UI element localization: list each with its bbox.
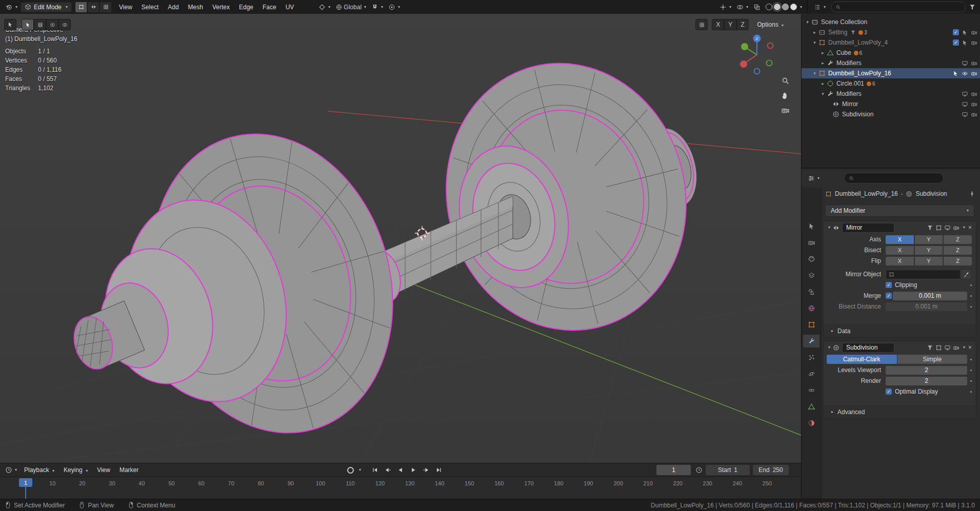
display-toggle-icon[interactable] — [962, 91, 968, 97]
breadcrumb-object[interactable]: Dumbbell_LowPoly_16 — [835, 190, 898, 197]
shading-wireframe-button[interactable] — [766, 4, 772, 10]
menu-select[interactable]: Select — [137, 2, 163, 12]
viewport-canvas[interactable] — [0, 14, 801, 463]
collection-checkbox[interactable] — [953, 39, 959, 46]
extras-dropdown-icon[interactable]: ▾ — [963, 345, 965, 350]
menu-vertex[interactable]: Vertex — [208, 2, 234, 12]
shading-rendered-button[interactable] — [790, 4, 797, 10]
hide-icon[interactable] — [962, 70, 968, 77]
clipping-checkbox[interactable]: Clipping — [886, 281, 917, 289]
selectable-icon[interactable] — [952, 70, 959, 77]
animate-dot[interactable] — [970, 380, 972, 382]
menu-add[interactable]: Add — [164, 2, 183, 12]
merge-checkbox[interactable] — [886, 293, 892, 299]
outliner-row-subdivision-modifier[interactable]: Subdivision — [802, 109, 980, 119]
animate-dot[interactable] — [970, 306, 972, 308]
select-box-tool-button[interactable] — [34, 19, 46, 30]
options-dropdown[interactable]: Options ▾ — [753, 19, 788, 30]
flip-z-button[interactable]: Z — [944, 257, 972, 265]
face-select-button[interactable] — [99, 2, 112, 13]
outliner-row-dumbbell-lowpoly-4[interactable]: ▾ Dumbbell_LowPoly_4 — [802, 37, 980, 48]
merge-value-field[interactable]: 0.001 m — [893, 292, 967, 300]
tab-physics[interactable] — [803, 367, 819, 380]
bisect-x-button[interactable]: X — [886, 246, 914, 255]
render-toggle-icon[interactable] — [971, 60, 977, 67]
gizmo-neg-z-axis[interactable] — [754, 69, 760, 74]
tab-material[interactable] — [803, 417, 819, 430]
outliner-search[interactable] — [831, 2, 966, 12]
show-gizmo-dropdown[interactable]: ▾ — [717, 3, 733, 12]
shading-material-button[interactable] — [782, 4, 789, 10]
expand-icon[interactable]: ▸ — [820, 81, 826, 86]
auto-keying-button[interactable] — [345, 465, 356, 475]
timeline-ruler[interactable]: 1 10203040506070809010011012013014015016… — [0, 477, 801, 500]
outliner-row-mirror-modifier[interactable]: Mirror — [802, 99, 980, 109]
transform-orientation-dropdown[interactable]: Global ▾ — [333, 3, 368, 12]
collapse-icon[interactable]: ▾ — [828, 226, 830, 230]
editmode-toggle-icon[interactable] — [935, 224, 942, 231]
3d-viewport[interactable]: Camera Perspective (1) Dumbbell_LowPoly_… — [0, 14, 801, 463]
mirror-z-button[interactable]: Z — [736, 19, 749, 30]
animate-dot[interactable] — [970, 359, 972, 360]
expand-icon[interactable]: ▾ — [812, 71, 817, 76]
animate-dot[interactable] — [970, 391, 972, 393]
render-display-icon[interactable] — [953, 224, 959, 231]
end-frame-button[interactable]: End 250 — [753, 465, 789, 475]
selectable-icon[interactable] — [962, 39, 968, 46]
menu-keying[interactable]: Keying ▾ — [59, 465, 92, 475]
display-toggle-icon[interactable] — [962, 111, 968, 118]
gizmo-neg-x-axis[interactable] — [768, 43, 773, 49]
pivot-point-dropdown[interactable]: ▾ — [316, 3, 332, 12]
outliner-search-input[interactable] — [844, 3, 961, 11]
editmode-toggle-icon[interactable] — [935, 344, 942, 351]
display-toggle-icon[interactable] — [962, 60, 968, 67]
gizmo-neg-y-axis[interactable] — [767, 60, 772, 66]
extras-dropdown-icon[interactable]: ▾ — [963, 226, 965, 230]
current-frame-field[interactable]: 1 — [656, 465, 691, 475]
properties-editor-type-button[interactable]: ▾ — [806, 174, 822, 183]
realtime-display-icon[interactable] — [944, 344, 951, 351]
playhead[interactable]: 1 — [19, 478, 32, 487]
tab-modifiers[interactable] — [803, 335, 819, 348]
selectable-icon[interactable] — [962, 29, 968, 36]
edit-mode-display-icon[interactable] — [927, 224, 933, 231]
menu-face[interactable]: Face — [258, 2, 281, 12]
animate-dot[interactable] — [970, 295, 972, 297]
tab-view-layer[interactable] — [803, 269, 819, 282]
select-lasso-tool-button[interactable] — [58, 19, 71, 30]
mode-dropdown[interactable]: Edit Mode ▾ — [21, 2, 72, 12]
vertex-select-button[interactable] — [75, 2, 87, 13]
bisect-distance-field[interactable]: 0.001 m — [886, 302, 967, 311]
active-tool-button[interactable] — [4, 19, 16, 30]
tab-object[interactable] — [803, 318, 819, 331]
menu-tl-view[interactable]: View — [93, 465, 114, 475]
camera-view-icon[interactable] — [781, 106, 790, 115]
select-circle-tool-button[interactable] — [46, 19, 58, 30]
bisect-z-button[interactable]: Z — [944, 246, 972, 255]
expand-icon[interactable]: ▾ — [820, 91, 826, 96]
subdivision-name-field[interactable]: Subdivision — [842, 343, 894, 353]
breadcrumb-modifier[interactable]: Subdivision — [915, 190, 947, 197]
realtime-display-icon[interactable] — [944, 224, 951, 231]
outliner-row-modifiers-2[interactable]: ▾ Modifiers — [802, 89, 980, 99]
axis-z-button[interactable]: Z — [944, 235, 972, 244]
tab-object-data[interactable] — [803, 400, 819, 413]
snap-toggle[interactable]: ▾ — [369, 3, 385, 12]
tab-scene[interactable] — [803, 285, 819, 298]
outliner-filter-icon[interactable] — [969, 4, 976, 11]
outliner-row-modifiers-1[interactable]: ▸ Modifiers — [802, 58, 980, 68]
outliner-row-dumbbell-lowpoly-16[interactable]: ▾ Dumbbell_LowPoly_16 — [802, 68, 980, 78]
dumbbell-mesh[interactable] — [68, 38, 714, 462]
proportional-editing-dropdown[interactable]: ▾ — [386, 3, 402, 12]
render-visibility-icon[interactable] — [971, 70, 977, 77]
tweak-tool-button[interactable] — [22, 19, 34, 30]
outliner-row-setting[interactable]: ▸ Setting 3 — [802, 27, 980, 37]
editor-type-button[interactable]: ▾ — [3, 2, 19, 12]
menu-mesh[interactable]: Mesh — [184, 2, 207, 12]
menu-edge[interactable]: Edge — [235, 2, 257, 12]
catmull-clark-button[interactable]: Catmull-Clark — [827, 355, 897, 364]
jump-to-start-button[interactable] — [369, 465, 381, 475]
expand-icon[interactable]: ▸ — [812, 30, 817, 35]
pan-hand-icon[interactable] — [781, 91, 790, 100]
jump-to-end-button[interactable] — [433, 465, 445, 475]
